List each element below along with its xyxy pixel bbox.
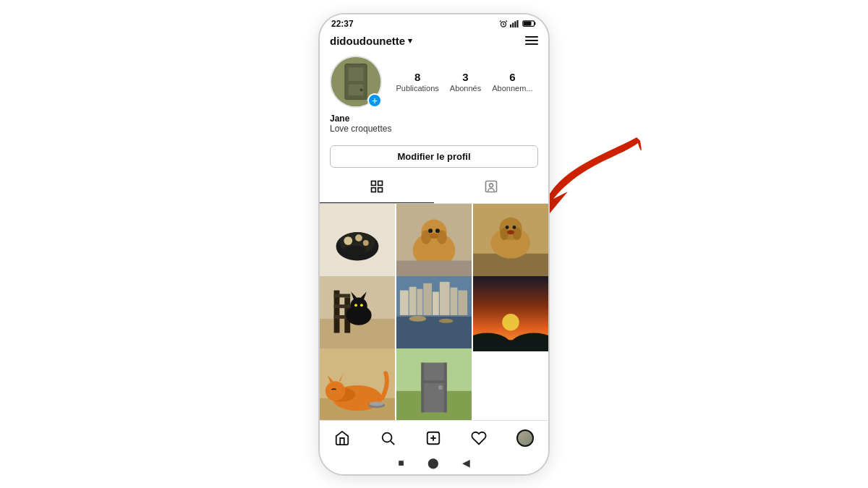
sys-recent-button[interactable]: ■ <box>398 457 404 468</box>
add-story-button[interactable]: + <box>367 93 382 108</box>
svg-point-40 <box>506 225 509 228</box>
abonnements-label: Abonnem... <box>492 84 532 93</box>
svg-point-70 <box>502 314 519 331</box>
grid-item-4[interactable] <box>320 276 395 351</box>
profile-bio: Love croquettes <box>330 124 538 134</box>
svg-line-92 <box>391 441 394 445</box>
svg-point-68 <box>439 319 454 323</box>
svg-rect-4 <box>516 20 518 27</box>
svg-point-39 <box>513 227 522 240</box>
edit-profile-button[interactable]: Modifier le profil <box>330 145 538 168</box>
svg-rect-59 <box>409 287 417 315</box>
svg-rect-60 <box>417 288 422 314</box>
stats-row: 8 Publications 3 Abonnés 6 Abonnem... <box>391 71 538 93</box>
svg-rect-3 <box>514 21 516 27</box>
sys-home-button[interactable]: ⬤ <box>427 457 439 468</box>
svg-rect-13 <box>378 181 383 185</box>
avatar-wrap: + <box>330 56 382 108</box>
nav-avatar-icon <box>516 429 534 447</box>
svg-rect-47 <box>334 294 351 297</box>
grid-item-3[interactable] <box>473 204 548 279</box>
system-navigation: ■ ⬤ ◀ <box>320 453 548 474</box>
nav-home[interactable] <box>327 427 357 449</box>
svg-point-23 <box>363 240 369 246</box>
abonnes-count: 3 <box>462 71 468 83</box>
grid-item-7[interactable] <box>320 348 395 419</box>
nav-profile[interactable] <box>509 427 541 450</box>
svg-rect-87 <box>421 363 424 413</box>
svg-point-21 <box>344 236 352 245</box>
svg-rect-89 <box>421 380 446 383</box>
nav-add[interactable] <box>418 427 448 449</box>
username-row[interactable]: didoudounette ▾ <box>330 35 412 47</box>
svg-rect-12 <box>372 181 376 185</box>
grid-item-1[interactable] <box>320 204 395 279</box>
publications-label: Publications <box>396 84 438 93</box>
svg-point-11 <box>360 88 363 91</box>
stat-publications[interactable]: 8 Publications <box>396 71 438 93</box>
search-icon <box>380 430 396 446</box>
svg-rect-88 <box>444 363 447 413</box>
svg-point-32 <box>430 233 438 239</box>
svg-point-51 <box>350 297 367 314</box>
svg-point-42 <box>507 230 514 234</box>
svg-point-78 <box>326 381 345 401</box>
page-container: 22:37 didoudo <box>0 0 868 488</box>
heart-icon <box>471 430 487 446</box>
grid-item-5[interactable] <box>396 276 472 351</box>
svg-point-38 <box>500 227 509 240</box>
edit-button-wrap: Modifier le profil <box>320 141 548 172</box>
svg-rect-14 <box>372 187 376 192</box>
person-tag-icon <box>484 179 498 197</box>
svg-rect-65 <box>458 290 467 314</box>
abonnes-label: Abonnés <box>450 84 481 93</box>
svg-rect-57 <box>396 315 472 351</box>
svg-rect-2 <box>512 22 514 27</box>
content-tabs <box>320 172 548 204</box>
svg-point-91 <box>383 432 392 442</box>
photo-grid <box>320 204 548 420</box>
svg-rect-48 <box>334 304 351 308</box>
svg-point-31 <box>435 228 440 233</box>
sys-back-button[interactable]: ◀ <box>462 457 470 468</box>
chevron-down-icon: ▾ <box>408 36 412 46</box>
grid-item-8[interactable] <box>396 348 472 419</box>
publications-count: 8 <box>414 71 420 83</box>
menu-button[interactable] <box>525 36 538 45</box>
alarm-icon <box>499 20 508 28</box>
svg-point-17 <box>490 183 493 187</box>
bottom-navigation <box>320 420 548 453</box>
profile-name: Jane <box>330 114 538 124</box>
stat-abonnements[interactable]: 6 Abonnem... <box>492 71 532 93</box>
svg-rect-63 <box>440 282 450 315</box>
profile-section: + 8 Publications 3 Abonnés 6 Abonnem... <box>320 51 548 141</box>
svg-rect-58 <box>400 290 409 314</box>
svg-point-82 <box>370 402 384 406</box>
svg-rect-62 <box>433 291 439 314</box>
svg-point-41 <box>512 225 516 228</box>
grid-icon <box>370 179 384 197</box>
abonnements-count: 6 <box>509 71 515 83</box>
signal-icon <box>510 20 520 28</box>
nav-search[interactable] <box>373 427 403 449</box>
svg-point-54 <box>354 304 357 307</box>
svg-rect-64 <box>451 288 458 315</box>
stat-abonnes[interactable]: 3 Abonnés <box>450 71 481 93</box>
svg-rect-1 <box>510 24 511 27</box>
svg-point-90 <box>438 385 443 390</box>
svg-point-22 <box>355 234 362 241</box>
svg-point-67 <box>409 316 427 322</box>
grid-item-6[interactable] <box>473 276 548 351</box>
status-icons <box>499 20 537 28</box>
svg-rect-9 <box>349 67 364 81</box>
battery-icon <box>522 20 537 27</box>
svg-point-55 <box>360 304 363 307</box>
svg-rect-6 <box>524 22 532 26</box>
tab-grid[interactable] <box>320 172 434 203</box>
svg-rect-73 <box>473 340 548 351</box>
grid-item-2[interactable] <box>396 204 472 279</box>
status-bar: 22:37 <box>320 14 548 32</box>
tab-tagged[interactable] <box>434 172 548 203</box>
svg-point-30 <box>428 228 433 233</box>
nav-heart[interactable] <box>464 427 494 449</box>
